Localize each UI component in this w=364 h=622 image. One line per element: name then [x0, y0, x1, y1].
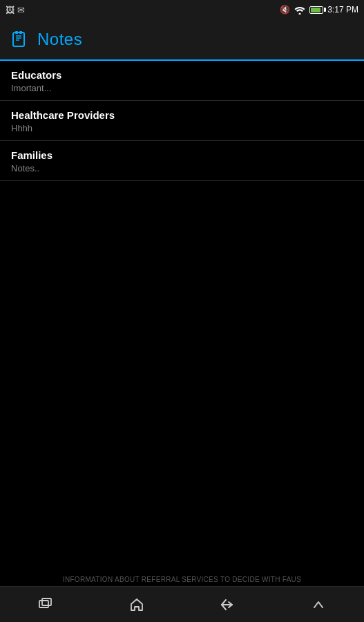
bottom-hint-text: information about referral services to d…: [63, 576, 301, 583]
svg-rect-7: [42, 599, 51, 605]
svg-rect-0: [13, 32, 24, 46]
note-title-healthcare: Healthcare Providers: [11, 109, 353, 121]
note-title-educators: Educators: [11, 69, 353, 81]
svg-rect-5: [19, 31, 22, 34]
app-bar: Notes: [0, 19, 364, 61]
note-preview-healthcare: Hhhh: [11, 123, 353, 133]
battery-icon: [309, 6, 323, 14]
note-item-families[interactable]: Families Notes..: [0, 141, 364, 181]
up-button[interactable]: [301, 591, 336, 619]
back-button[interactable]: [210, 591, 245, 619]
status-bar-right: 🔇 3:17 PM: [280, 5, 358, 15]
notes-app-icon: [11, 31, 28, 48]
note-title-families: Families: [11, 149, 353, 161]
bottom-hint: information about referral services to d…: [0, 572, 364, 586]
recents-button[interactable]: [28, 591, 63, 619]
notes-list: Educators Imortant... Healthcare Provide…: [0, 61, 364, 181]
home-button[interactable]: [119, 591, 154, 619]
svg-rect-4: [15, 31, 18, 34]
email-icon: ✉: [17, 5, 25, 15]
gallery-icon: 🖼: [6, 5, 15, 15]
note-preview-educators: Imortant...: [11, 83, 353, 93]
muted-icon: 🔇: [280, 5, 290, 15]
note-item-healthcare[interactable]: Healthcare Providers Hhhh: [0, 101, 364, 141]
app-bar-title: Notes: [37, 30, 82, 49]
note-item-educators[interactable]: Educators Imortant...: [0, 61, 364, 101]
note-preview-families: Notes..: [11, 163, 353, 173]
status-time: 3:17 PM: [327, 5, 358, 15]
svg-rect-6: [39, 601, 48, 607]
nav-bar: [0, 586, 364, 622]
status-bar-left: 🖼 ✉: [6, 5, 25, 15]
wifi-icon: [294, 6, 305, 15]
status-bar: 🖼 ✉ 🔇 3:17 PM: [0, 0, 364, 19]
